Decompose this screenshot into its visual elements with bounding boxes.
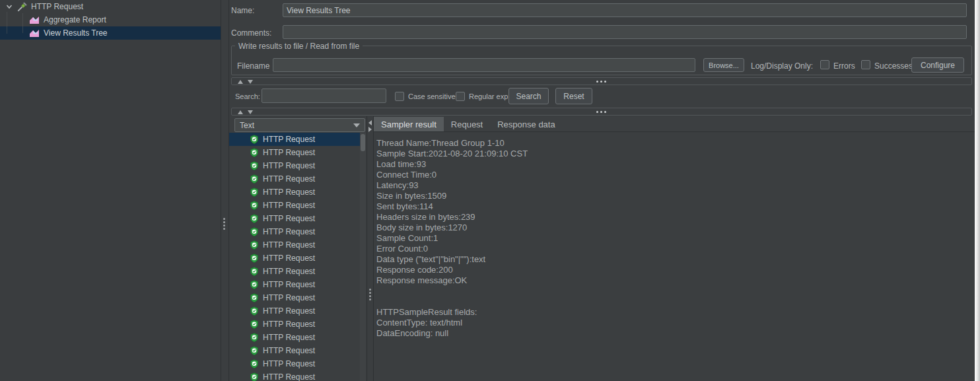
write-results-legend: Write results to file / Read from file: [235, 42, 363, 51]
tab-label: Response data: [497, 120, 555, 129]
sample-label: HTTP Request: [263, 267, 315, 276]
comments-input[interactable]: [283, 25, 967, 39]
result-line: DataEncoding: null: [376, 328, 971, 339]
sample-row[interactable]: HTTP Request: [229, 265, 360, 278]
collapse-up-icon[interactable]: [238, 80, 243, 84]
sample-row[interactable]: HTTP Request: [229, 238, 360, 252]
collapse-down-icon[interactable]: [248, 110, 253, 114]
comments-label: Comments:: [231, 28, 271, 38]
search-input[interactable]: [262, 88, 386, 103]
splitter-grip-icon[interactable]: [223, 218, 225, 230]
sample-label: HTTP Request: [263, 227, 315, 236]
success-shield-icon: [250, 372, 259, 381]
sample-row[interactable]: HTTP Request: [229, 146, 360, 159]
sample-label: HTTP Request: [263, 240, 315, 250]
success-shield-icon: [250, 359, 259, 369]
sample-row[interactable]: HTTP Request: [229, 186, 360, 199]
pipette-icon: [17, 2, 27, 12]
regular-exp-checkbox[interactable]: [456, 92, 465, 101]
search-button-label: Search: [516, 92, 541, 101]
success-shield-icon: [250, 187, 259, 197]
sample-row[interactable]: HTTP Request: [229, 212, 360, 225]
result-line: [376, 286, 971, 296]
sample-label: HTTP Request: [263, 333, 315, 342]
success-shield-icon: [250, 134, 259, 145]
success-shield-icon: [250, 160, 259, 171]
result-line: Size in bytes:1509: [376, 191, 971, 201]
successes-checkbox[interactable]: [861, 60, 870, 69]
success-shield-icon: [250, 266, 259, 277]
sample-row[interactable]: HTTP Request: [229, 225, 360, 238]
sample-label: HTTP Request: [263, 280, 315, 289]
splitter-grip-icon[interactable]: [596, 81, 606, 83]
samples-list: HTTP Request HTTP Request: [229, 133, 360, 381]
result-line: Connect Time:0: [376, 170, 971, 180]
sample-row[interactable]: HTTP Request: [229, 344, 360, 357]
results-splitter[interactable]: [367, 116, 374, 381]
tree-node-aggregate-report[interactable]: Aggregate Report: [0, 13, 221, 26]
sample-label: HTTP Request: [263, 161, 315, 170]
result-line: ContentType: text/html: [376, 318, 971, 328]
window-scrollbar[interactable]: [975, 0, 980, 381]
tab-response-data[interactable]: Response data: [490, 117, 562, 131]
result-line: Thread Name:Thread Group 1-10: [376, 138, 971, 149]
filename-label: Filename: [237, 61, 269, 71]
filename-input[interactable]: [273, 58, 695, 72]
test-plan-tree: HTTP Request Aggregate Report View Resul…: [0, 0, 221, 381]
errors-checkbox[interactable]: [820, 60, 829, 69]
success-shield-icon: [250, 253, 259, 263]
sample-row[interactable]: HTTP Request: [229, 133, 360, 146]
sample-row[interactable]: HTTP Request: [229, 159, 360, 172]
log-display-only-label: Log/Display Only:: [751, 61, 813, 71]
sample-row[interactable]: HTTP Request: [229, 331, 360, 344]
splitter-grip-icon[interactable]: [596, 111, 606, 113]
sample-row[interactable]: HTTP Request: [229, 357, 360, 370]
result-line: Sample Start:2021-08-20 21:09:10 CST: [376, 149, 971, 159]
sample-label: HTTP Request: [263, 306, 315, 316]
sample-row[interactable]: HTTP Request: [229, 304, 360, 318]
tree-node-view-results-tree[interactable]: View Results Tree: [0, 26, 221, 40]
result-line: Latency:93: [376, 180, 971, 191]
sample-row[interactable]: HTTP Request: [229, 291, 360, 304]
sidebar-splitter[interactable]: [221, 0, 229, 381]
collapse-left-icon[interactable]: [368, 120, 372, 125]
tree-node-label: HTTP Request: [31, 2, 83, 11]
samples-scrollbar[interactable]: [360, 133, 366, 381]
horizontal-splitter[interactable]: [231, 108, 972, 116]
collapse-down-icon[interactable]: [248, 80, 253, 84]
sample-row[interactable]: HTTP Request: [229, 199, 360, 212]
splitter-grip-icon[interactable]: [369, 289, 371, 300]
tab-sampler-result[interactable]: Sampler result: [374, 117, 444, 131]
sample-row[interactable]: HTTP Request: [229, 278, 360, 291]
horizontal-splitter[interactable]: [231, 77, 972, 85]
chevron-expanded-icon[interactable]: [6, 3, 13, 10]
sample-label: HTTP Request: [263, 320, 315, 329]
search-label: Search:: [235, 92, 260, 100]
search-button[interactable]: Search: [508, 88, 549, 104]
configure-button[interactable]: Configure: [911, 57, 964, 73]
success-shield-icon: [250, 226, 259, 237]
regular-exp-label: Regular exp.: [469, 92, 510, 100]
chart-icon: [29, 28, 40, 38]
sample-row[interactable]: HTTP Request: [229, 252, 360, 265]
reset-button[interactable]: Reset: [555, 88, 592, 104]
sample-label: HTTP Request: [263, 214, 315, 223]
result-line: Sample Count:1: [376, 233, 971, 244]
name-input[interactable]: [283, 3, 967, 17]
tree-indent-guide: [22, 13, 23, 33]
sample-label: HTTP Request: [263, 174, 315, 184]
browse-button[interactable]: Browse...: [703, 58, 744, 72]
collapse-right-icon[interactable]: [368, 127, 372, 132]
sample-row[interactable]: HTTP Request: [229, 318, 360, 331]
scrollbar-thumb[interactable]: [361, 134, 365, 151]
view-mode-dropdown[interactable]: Text: [234, 118, 365, 132]
tab-request[interactable]: Request: [444, 117, 490, 131]
case-sensitive-checkbox[interactable]: [395, 92, 404, 101]
chevron-down-icon: [353, 123, 360, 127]
sampler-result-text[interactable]: Thread Name:Thread Group 1-10 Sample Sta…: [376, 138, 971, 381]
sample-row[interactable]: HTTP Request: [229, 370, 360, 381]
sample-row[interactable]: HTTP Request: [229, 172, 360, 186]
tree-node-http-request-root[interactable]: HTTP Request: [0, 0, 221, 13]
collapse-up-icon[interactable]: [238, 110, 243, 114]
success-shield-icon: [250, 200, 259, 211]
